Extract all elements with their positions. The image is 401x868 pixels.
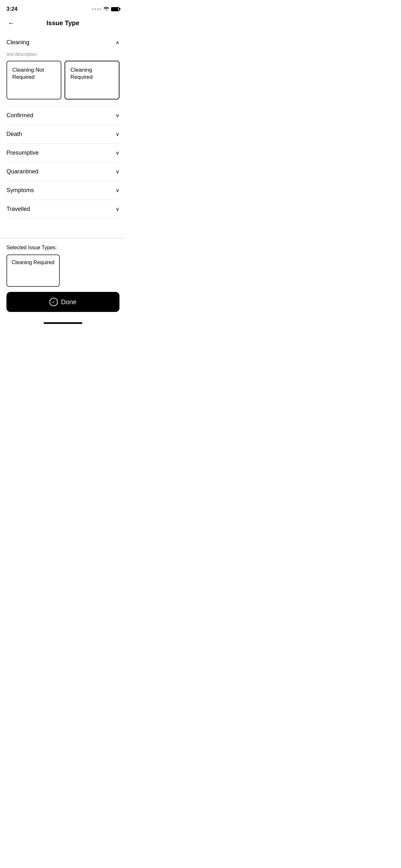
back-button[interactable]: ← (6, 18, 16, 29)
accordion-label-quarantined: Quarantined (6, 168, 38, 175)
accordion-presumptive: Presumptive ∨ (6, 144, 120, 162)
accordion-label-symptoms: Symptoms (6, 187, 34, 194)
wifi-icon (103, 6, 109, 11)
bottom-section: Selected Issue Types: Cleaning Required … (0, 238, 126, 318)
cleaning-options-grid: Cleaning Not Required Cleaning Required (6, 61, 120, 99)
status-icons (92, 6, 120, 11)
accordion-header-cleaning[interactable]: Cleaning ∧ (6, 33, 120, 52)
chevron-down-travelled: ∨ (116, 206, 120, 212)
status-bar: 3:24 (0, 0, 126, 16)
cleaning-description: test description (6, 52, 120, 57)
accordion-death: Death ∨ (6, 125, 120, 144)
done-button[interactable]: ✓ Done (6, 292, 120, 312)
content-area: Cleaning ∧ test description Cleaning Not… (0, 33, 126, 238)
home-indicator (0, 318, 126, 327)
option-cleaning-required[interactable]: Cleaning Required (65, 61, 120, 99)
chevron-up-cleaning: ∧ (116, 39, 120, 45)
chevron-down-confirmed: ∨ (116, 113, 120, 119)
accordion-header-confirmed[interactable]: Confirmed ∨ (6, 106, 120, 125)
selected-types-grid: Cleaning Required (6, 254, 120, 287)
done-check-icon: ✓ (50, 298, 58, 306)
accordion-header-death[interactable]: Death ∨ (6, 125, 120, 144)
page-title: Issue Type (47, 20, 80, 27)
accordion-cleaning: Cleaning ∧ test description Cleaning Not… (6, 33, 120, 106)
accordion-travelled: Travelled ∨ (6, 200, 120, 219)
accordion-label-confirmed: Confirmed (6, 112, 33, 119)
chevron-down-death: ∨ (116, 131, 120, 137)
chevron-down-quarantined: ∨ (116, 168, 120, 175)
accordion-header-presumptive[interactable]: Presumptive ∨ (6, 144, 120, 162)
selected-tag-cleaning-required[interactable]: Cleaning Required (6, 254, 60, 287)
status-time: 3:24 (6, 6, 18, 12)
accordion-symptoms: Symptoms ∨ (6, 181, 120, 200)
done-label: Done (61, 299, 76, 306)
option-cleaning-not-required[interactable]: Cleaning Not Required (6, 61, 61, 99)
accordion-header-symptoms[interactable]: Symptoms ∨ (6, 181, 120, 199)
header: ← Issue Type (0, 16, 126, 33)
accordion-label-death: Death (6, 131, 22, 137)
accordion-body-cleaning: test description Cleaning Not Required C… (6, 52, 120, 106)
signal-icon (92, 8, 101, 10)
selected-types-label: Selected Issue Types: (6, 245, 120, 251)
chevron-down-presumptive: ∨ (116, 150, 120, 156)
accordion-header-travelled[interactable]: Travelled ∨ (6, 200, 120, 218)
chevron-down-symptoms: ∨ (116, 187, 120, 193)
accordion-confirmed: Confirmed ∨ (6, 106, 120, 125)
battery-icon (111, 7, 120, 11)
home-bar (43, 322, 82, 324)
accordion-label-presumptive: Presumptive (6, 150, 39, 156)
accordion-label-travelled: Travelled (6, 206, 30, 213)
accordion-label-cleaning: Cleaning (6, 39, 29, 46)
accordion-header-quarantined[interactable]: Quarantined ∨ (6, 162, 120, 181)
accordion-quarantined: Quarantined ∨ (6, 162, 120, 181)
